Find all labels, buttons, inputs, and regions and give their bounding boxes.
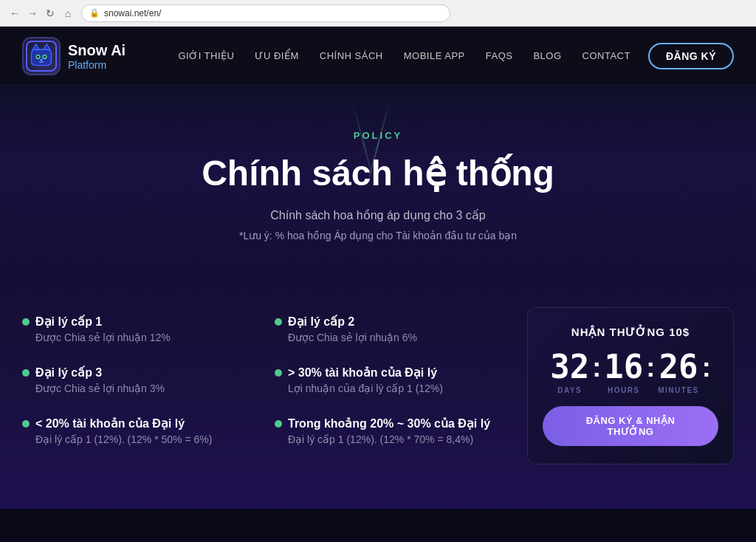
logo-icon bbox=[22, 37, 61, 75]
lock-icon: 🔒 bbox=[89, 8, 100, 18]
bullet-icon-2 bbox=[275, 318, 282, 326]
policy-title-between: Trong khoảng 20% ~ 30% của Đại lý bbox=[288, 416, 490, 430]
bullet-icon-between bbox=[275, 420, 282, 428]
days-label: DAYS bbox=[557, 386, 582, 394]
countdown-card: NHẬN THƯỞNG 10$ 32 DAYS : 16 HOURS : 26 … bbox=[527, 307, 734, 464]
content-section: Đại lý cấp 1 Được Chia sẻ lợi nhuận 12% … bbox=[0, 278, 756, 509]
policy-item-level2: Đại lý cấp 2 Được Chia sẻ lợi nhuận 6% bbox=[275, 315, 512, 343]
policy-item-header-over30: > 30% tài khoản của Đại lý bbox=[275, 366, 512, 380]
logo-subtitle: Platform bbox=[68, 59, 126, 71]
policy-item-level1: Đại lý cấp 1 Được Chia sẻ lợi nhuận 12% bbox=[22, 315, 260, 343]
policy-label: POLICY bbox=[15, 130, 741, 141]
svg-marker-2 bbox=[44, 44, 50, 49]
policy-item-header-2: Đại lý cấp 2 bbox=[275, 315, 512, 329]
register-button[interactable]: ĐĂNG KÝ bbox=[648, 43, 734, 69]
policy-item-level3: Đại lý cấp 3 Được Chia sẻ lợi nhuận 3% bbox=[22, 366, 260, 394]
browser-controls: ← → ↻ ⌂ bbox=[9, 7, 74, 19]
policy-title-2: Đại lý cấp 2 bbox=[288, 315, 354, 329]
claim-button[interactable]: ĐĂNG KÝ & NHẬN THƯỞNG bbox=[543, 406, 718, 446]
forward-button[interactable]: → bbox=[27, 7, 38, 19]
policy-title-1: Đại lý cấp 1 bbox=[35, 315, 102, 329]
countdown-timer: 32 DAYS : 16 HOURS : 26 MINUTES : bbox=[550, 351, 710, 394]
right-column: Đại lý cấp 2 Được Chia sẻ lợi nhuận 6% >… bbox=[275, 315, 512, 464]
hero-section: POLICY Chính sách hệ thống Chính sách ho… bbox=[0, 86, 756, 278]
back-button[interactable]: ← bbox=[9, 7, 21, 19]
nav-contact[interactable]: CONTACT bbox=[583, 50, 630, 61]
navbar: Snow Ai Platform GIỚI THIỆU ƯU ĐIỂM CHÍN… bbox=[0, 27, 756, 86]
nav-faqs[interactable]: FAQS bbox=[486, 50, 513, 61]
separator-3: : bbox=[702, 354, 711, 381]
days-block: 32 DAYS bbox=[550, 351, 589, 394]
policy-item-under20: < 20% tài khoản của Đại lý Đại lý cấp 1 … bbox=[22, 416, 260, 445]
separator-1: : bbox=[592, 354, 601, 381]
svg-rect-0 bbox=[32, 49, 52, 66]
url-text: snowai.net/en/ bbox=[104, 8, 161, 18]
minutes-label: MINUTES bbox=[658, 386, 699, 394]
svg-point-6 bbox=[44, 55, 46, 58]
policy-desc-3: Được Chia sẻ lợi nhuận 3% bbox=[22, 383, 260, 394]
policy-desc-under20: Đại lý cấp 1 (12%). (12% * 50% = 6%) bbox=[22, 433, 260, 445]
separator-2: : bbox=[646, 354, 655, 381]
logo-name: Snow Ai bbox=[68, 41, 126, 59]
policy-item-header-between: Trong khoảng 20% ~ 30% của Đại lý bbox=[275, 416, 512, 430]
policy-item-header-under20: < 20% tài khoản của Đại lý bbox=[22, 416, 260, 430]
policy-desc-1: Được Chia sẻ lợi nhuận 12% bbox=[22, 332, 260, 343]
bullet-icon-1 bbox=[22, 318, 30, 326]
bullet-icon-under20 bbox=[22, 420, 30, 428]
hero-subtitle: Chính sách hoa hồng áp dụng cho 3 cấp bbox=[15, 208, 741, 222]
hours-block: 16 HOURS bbox=[604, 351, 643, 394]
left-column: Đại lý cấp 1 Được Chia sẻ lợi nhuận 12% … bbox=[22, 315, 260, 464]
policy-item-between: Trong khoảng 20% ~ 30% của Đại lý Đại lý… bbox=[275, 416, 512, 445]
hours-value: 16 bbox=[604, 351, 643, 383]
policy-item-over30: > 30% tài khoản của Đại lý Lợi nhuận của… bbox=[275, 366, 512, 394]
policy-title-3: Đại lý cấp 3 bbox=[35, 366, 102, 380]
nav-blog[interactable]: BLOG bbox=[533, 50, 561, 61]
nav-advantages[interactable]: ƯU ĐIỂM bbox=[255, 50, 298, 61]
hero-title: Chính sách hệ thống bbox=[15, 153, 741, 193]
svg-point-3 bbox=[35, 54, 40, 58]
bullet-icon-3 bbox=[22, 369, 30, 377]
hero-note: *Lưu ý: % hoa hồng Áp dụng cho Tài khoản… bbox=[15, 230, 741, 241]
minutes-block: 26 MINUTES bbox=[658, 351, 699, 394]
policy-desc-2: Được Chia sẻ lợi nhuận 6% bbox=[275, 332, 512, 343]
nav-links: GIỚI THIỆU ƯU ĐIỂM CHÍNH SÁCH MOBILE APP… bbox=[178, 50, 630, 61]
reload-button[interactable]: ↻ bbox=[44, 7, 56, 19]
svg-point-5 bbox=[37, 55, 39, 58]
svg-point-4 bbox=[42, 54, 47, 58]
policy-item-header-3: Đại lý cấp 3 bbox=[22, 366, 260, 380]
logo-text-area: Snow Ai Platform bbox=[68, 41, 126, 71]
address-bar[interactable]: 🔒 snowai.net/en/ bbox=[81, 4, 450, 22]
policy-title-under20: < 20% tài khoản của Đại lý bbox=[35, 416, 185, 430]
nav-policy[interactable]: CHÍNH SÁCH bbox=[320, 50, 383, 61]
hours-label: HOURS bbox=[608, 386, 640, 394]
reward-title: NHẬN THƯỞNG 10$ bbox=[571, 326, 690, 339]
logo-area[interactable]: Snow Ai Platform bbox=[22, 37, 126, 75]
svg-point-7 bbox=[41, 59, 43, 61]
days-value: 32 bbox=[550, 351, 589, 383]
policy-title-over30: > 30% tài khoản của Đại lý bbox=[288, 366, 437, 380]
svg-marker-1 bbox=[32, 44, 39, 49]
nav-mobile[interactable]: MOBILE APP bbox=[404, 50, 465, 61]
policy-item-header-1: Đại lý cấp 1 bbox=[22, 315, 260, 329]
home-button[interactable]: ⌂ bbox=[62, 7, 74, 19]
nav-about[interactable]: GIỚI THIỆU bbox=[178, 50, 234, 61]
browser-chrome: ← → ↻ ⌂ 🔒 snowai.net/en/ bbox=[0, 0, 756, 27]
policy-desc-between: Đại lý cấp 1 (12%). (12% * 70% = 8,4%) bbox=[275, 433, 512, 445]
minutes-value: 26 bbox=[659, 351, 698, 383]
policy-desc-over30: Lợi nhuận của đại lý cấp 1 (12%) bbox=[275, 383, 512, 394]
bullet-icon-over30 bbox=[275, 369, 282, 377]
